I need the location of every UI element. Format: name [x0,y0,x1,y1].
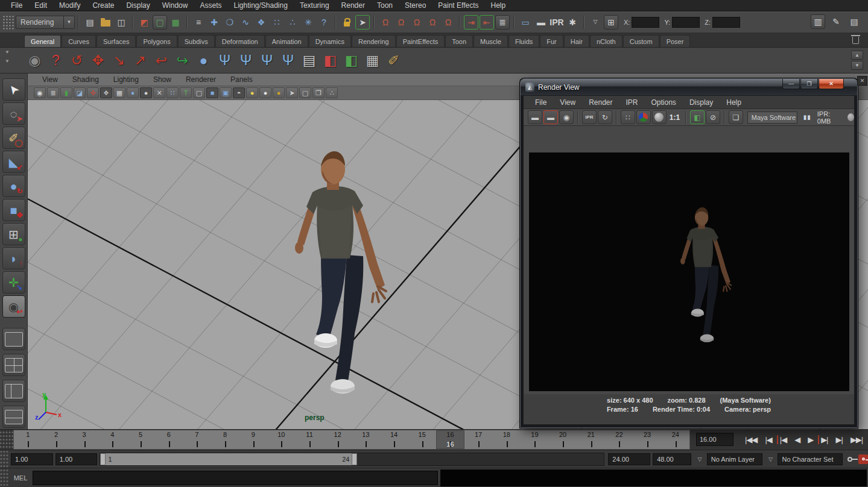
input-connections-button[interactable]: ⇥ [464,15,478,30]
minimize-button[interactable]: — [782,79,800,89]
pause-ipr-button[interactable]: ▮▮ [801,114,814,121]
auto-keyframe-toggle[interactable] [858,454,868,464]
film-gate-icon[interactable]: ▦ [113,87,125,98]
snap-to-curve-button[interactable]: Ω [394,15,408,30]
no-texture-icon[interactable]: ✕ [153,87,165,98]
command-drag-handle[interactable] [0,468,8,487]
absolute-transform-button[interactable]: ⊞ [604,15,618,30]
menu-assets[interactable]: Assets [194,0,227,11]
universal-manipulator-tool[interactable]: ⊞● [2,223,25,245]
rotate-tool[interactable]: ●↻ [2,175,25,197]
shelf-tab-deformation[interactable]: Deformation [215,35,265,47]
character-set-selector[interactable]: No Character Set [778,453,843,465]
shelf-item-outliner-window[interactable]: ▤ [299,49,320,71]
x-coordinate-input[interactable] [632,17,659,28]
menu-stereo[interactable]: Stereo [399,0,432,11]
timeline-frame-7[interactable]: 7 [183,430,211,449]
white-light-icon[interactable]: ● [259,87,271,98]
menu-texturing[interactable]: Texturing [294,0,335,11]
timeline-frame-2[interactable]: 2 [42,430,71,449]
shelf-item-select-object-cursor[interactable]: ◧ [320,49,341,71]
tumble-camera-icon[interactable]: ◉ [34,87,46,98]
timeline-frame-21[interactable]: 21 [577,430,605,449]
shelf-item-dolly-camera[interactable]: ↘ [109,49,130,71]
tool-settings-toggle[interactable]: ✎ [829,14,843,29]
timeline-frame-14[interactable]: 14 [380,430,408,449]
current-time-input[interactable] [696,433,733,446]
shelf-tab-subdivs[interactable]: Subdivs [178,35,215,47]
shelf-tab-curves[interactable]: Curves [62,35,96,47]
range-start-handle[interactable] [100,453,106,465]
timeline-frame-3[interactable]: 3 [70,430,98,449]
shelf-tab-hair[interactable]: Hair [564,35,589,47]
timeline-frame-8[interactable]: 8 [211,430,239,449]
textured-cube-icon[interactable]: ▣ [220,87,232,98]
shelf-scroll-down-button[interactable]: ▼ [851,61,863,70]
alpha-channel-button[interactable] [652,110,667,124]
render-button[interactable]: ▬ [528,110,542,124]
render-current-frame-button[interactable]: ▬ [534,15,548,30]
rendered-image[interactable] [529,152,849,391]
shelf-tab-animation[interactable]: Animation [265,35,308,47]
timeline-frame-5[interactable]: 5 [127,430,155,449]
checker-sphere-icon[interactable]: ◓ [233,87,245,98]
shelf-item-film-reel[interactable]: ◉ [24,49,45,71]
sort-button[interactable]: ≡ [191,15,206,30]
snap-help-button[interactable]: ? [317,15,331,30]
four-pane-layout-button[interactable] [2,354,25,376]
timeline-frame-13[interactable]: 13 [352,430,380,449]
menuset-selector[interactable]: Rendering ▼ [16,16,75,29]
attribute-editor-toggle[interactable]: ▤ [847,14,861,29]
timeline-frame-23[interactable]: 23 [633,430,662,449]
collapse-coords-button[interactable]: ▽ [588,15,603,30]
render-view-menu-view[interactable]: View [553,98,582,107]
menu-help[interactable]: Help [485,0,512,11]
shelf-item-track-camera[interactable]: ✥ [87,49,109,71]
select-by-component-button[interactable]: ▦ [168,15,183,30]
playback-start-field[interactable]: 1.00 [55,453,98,465]
character-set-menu-button[interactable]: ▽ [766,454,776,464]
highlight-select-icon[interactable]: ➤ [286,87,298,98]
toolbar-drag-handle[interactable] [2,15,14,30]
grid-icon[interactable]: ❖ [100,87,112,98]
shelf-tab-general[interactable]: General [24,35,61,47]
lock-selection-button[interactable] [340,15,354,30]
render-view-menu-display[interactable]: Display [683,98,720,107]
animation-end-field[interactable]: 48.00 [653,453,691,465]
select-tool[interactable]: ➤ [2,78,25,101]
soft-modification-tool[interactable]: ◗↑ [2,247,25,269]
step-forward-frame-button[interactable]: ▶| [833,435,846,444]
shelf-tab-ncloth[interactable]: nCloth [590,35,622,47]
menu-toon[interactable]: Toon [371,0,399,11]
playback-end-field[interactable]: 24.00 [608,453,650,465]
timeline-track[interactable]: 1234567891011121314151616171819202122232… [13,430,690,450]
highlight-selection-button[interactable]: ➤ [355,15,370,30]
go-to-start-button[interactable]: |◀◀ [742,435,760,444]
play-forwards-button[interactable]: ▶ [805,435,816,444]
persp-graph-layout-button[interactable] [2,406,25,428]
render-view-menu-file[interactable]: File [528,98,553,107]
shelf-item-delete-object[interactable]: ● [193,49,214,71]
shelf-menu-arrows[interactable]: ▼▼ [5,49,10,64]
output-connections-button[interactable]: ⇥ [480,15,494,30]
shelf-item-zoom-camera[interactable]: ↗ [130,49,151,71]
shelf-tab-painteffects[interactable]: PaintEffects [396,35,445,47]
shelf-tab-rendering[interactable]: Rendering [352,35,396,47]
shelf-item-select-sphere-cursor[interactable]: ◧ [341,49,362,71]
snap-curve-button[interactable]: ∿ [238,15,253,30]
one-to-one-button[interactable]: 1:1 [667,113,682,122]
renderer-selector[interactable]: Maya Software [747,112,797,124]
scale-tool[interactable]: ■✥ [2,199,25,221]
go-to-end-button[interactable]: ▶▶| [847,435,866,444]
shelf-item-undo[interactable]: ↩ [151,49,172,71]
shelf-item-hierarchy-parent[interactable]: Ψ [235,49,256,71]
snap-points-button[interactable]: ∷ [270,15,284,30]
timeline-frame-16[interactable]: 1616 [436,430,464,449]
channel-box-toggle[interactable]: ▥ [811,14,825,29]
character-model[interactable] [290,146,401,400]
yellow-light-icon[interactable]: ● [246,87,258,98]
timeline-frame-11[interactable]: 11 [296,430,324,449]
command-result-area[interactable] [440,470,867,486]
ipr-render-button[interactable]: IPR [550,15,564,30]
shelf-tab-dynamics[interactable]: Dynamics [309,35,351,47]
